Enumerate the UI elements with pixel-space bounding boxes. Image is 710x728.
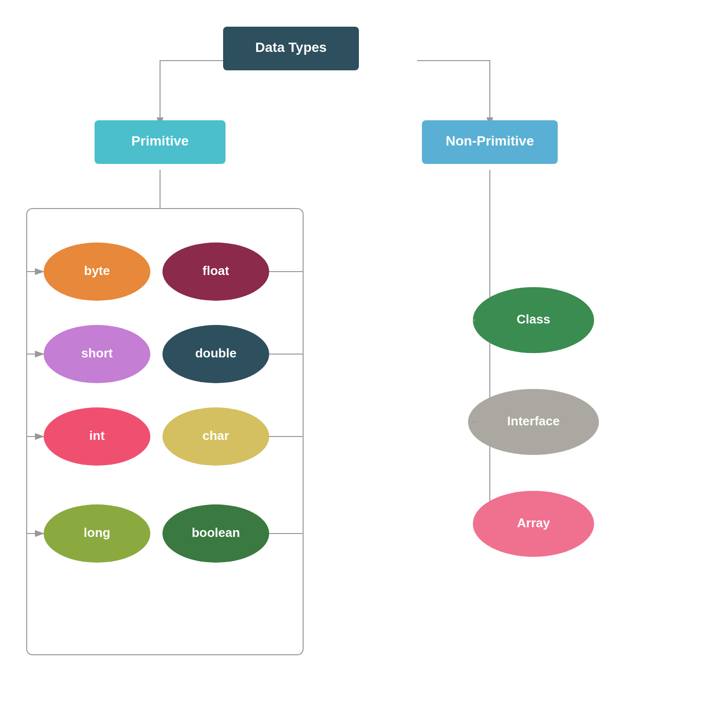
diagram: Data Types Primitive Non-Primitive byte … [0, 0, 710, 728]
class-label: Class [516, 312, 550, 326]
char-label: char [203, 428, 229, 443]
byte-label: byte [84, 263, 110, 278]
float-label: float [203, 263, 229, 278]
long-label: long [84, 525, 111, 540]
array-label: Array [517, 516, 550, 530]
double-label: double [195, 346, 236, 360]
root-to-nonprimitive-connector [417, 61, 490, 126]
int-label: int [89, 428, 105, 443]
interface-label: Interface [507, 414, 560, 428]
boolean-label: boolean [192, 525, 240, 540]
primitive-label: Primitive [131, 133, 189, 148]
root-label: Data Types [255, 40, 326, 55]
nonprimitive-label: Non-Primitive [446, 133, 534, 148]
root-to-primitive-connector [160, 61, 281, 126]
short-label: short [81, 346, 113, 360]
